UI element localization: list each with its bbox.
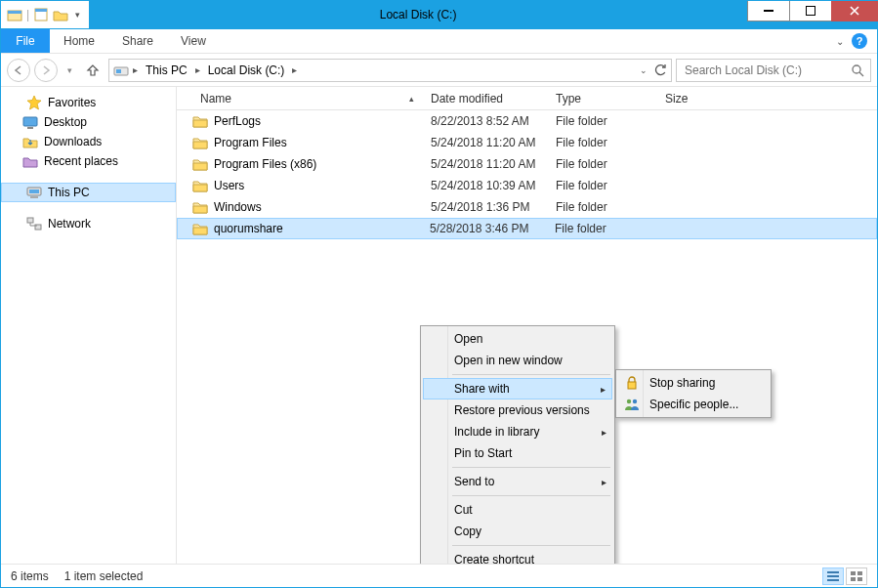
tree-network[interactable]: Network: [1, 214, 176, 233]
computer-icon: [26, 185, 42, 200]
tree-label: This PC: [48, 186, 90, 199]
context-menu: OpenOpen in new windowShare with▸Restore…: [420, 325, 615, 564]
file-date: 5/24/2018 11:20 AM: [423, 136, 548, 149]
search-box[interactable]: [676, 59, 871, 82]
column-type[interactable]: Type: [548, 87, 657, 109]
file-date: 5/24/2018 1:36 PM: [423, 200, 548, 214]
menu-item-label: Create shortcut: [454, 553, 534, 564]
column-name[interactable]: Name ▴: [177, 87, 423, 109]
status-bar: 6 items 1 item selected: [1, 564, 877, 587]
table-row[interactable]: Program Files5/24/2018 11:20 AMFile fold…: [177, 132, 877, 153]
svg-rect-25: [857, 577, 862, 581]
main-area: Favorites Desktop Downloads Recent place…: [1, 87, 877, 564]
details-view-button[interactable]: [822, 567, 844, 585]
table-row[interactable]: Windows5/24/2018 1:36 PMFile folder: [177, 196, 877, 218]
menu-separator: [452, 545, 610, 546]
tree-label: Recent places: [44, 154, 118, 168]
properties-icon[interactable]: [33, 7, 49, 22]
menu-item[interactable]: Create shortcut: [423, 549, 612, 564]
file-name: Windows: [214, 200, 262, 214]
menu-item[interactable]: Open in new window: [423, 350, 612, 371]
svg-rect-16: [628, 382, 636, 389]
explorer-window: | ▾ Local Disk (C:) File Home Share View…: [0, 0, 878, 588]
new-folder-icon[interactable]: [53, 7, 68, 22]
file-tab[interactable]: File: [1, 29, 50, 53]
svg-rect-14: [27, 218, 33, 223]
tab-view[interactable]: View: [167, 29, 220, 53]
tab-share[interactable]: Share: [108, 29, 167, 53]
breadcrumb-label: This PC: [146, 63, 188, 77]
column-date[interactable]: Date modified: [423, 87, 548, 109]
menu-item[interactable]: Cut: [423, 499, 612, 521]
search-input[interactable]: [683, 63, 851, 78]
thumbnails-view-button[interactable]: [846, 567, 867, 585]
column-label: Date modified: [431, 92, 503, 105]
tree-this-pc[interactable]: This PC: [1, 183, 176, 202]
tree-desktop[interactable]: Desktop: [1, 112, 176, 132]
menu-item-label: Open in new window: [454, 354, 563, 367]
ribbon: File Home Share View ⌄ ?: [1, 29, 877, 54]
tree-label: Network: [48, 217, 91, 231]
table-row[interactable]: PerfLogs8/22/2013 8:52 AMFile folder: [177, 110, 877, 132]
menu-item[interactable]: Open: [423, 328, 612, 350]
table-row[interactable]: Users5/24/2018 10:39 AMFile folder: [177, 175, 877, 196]
menu-item[interactable]: Pin to Start: [423, 442, 612, 464]
search-icon[interactable]: [851, 63, 864, 77]
table-row[interactable]: Program Files (x86)5/24/2018 11:20 AMFil…: [177, 153, 877, 175]
lock-icon: [624, 375, 640, 391]
menu-item[interactable]: Specific people...: [618, 394, 769, 415]
submenu-arrow-icon: ▸: [601, 384, 606, 395]
tree-recent-places[interactable]: Recent places: [1, 151, 176, 171]
file-type: File folder: [548, 200, 657, 214]
address-dropdown-icon[interactable]: ⌄: [640, 65, 648, 75]
tree-downloads[interactable]: Downloads: [1, 132, 176, 151]
file-name: Program Files: [214, 136, 287, 149]
svg-point-8: [853, 65, 860, 73]
menu-item-label: Copy: [454, 525, 481, 538]
chevron-right-icon[interactable]: ▸: [290, 64, 299, 75]
menu-item[interactable]: Send to▸: [423, 471, 612, 492]
file-date: 8/22/2013 8:52 AM: [423, 114, 548, 128]
qat-dropdown-icon[interactable]: ▾: [72, 10, 83, 20]
svg-rect-9: [23, 117, 37, 126]
file-type: File folder: [548, 179, 657, 192]
help-icon[interactable]: ?: [852, 33, 867, 49]
minimize-button[interactable]: [747, 1, 790, 21]
maximize-button[interactable]: [789, 1, 832, 21]
tab-home[interactable]: Home: [50, 29, 108, 53]
svg-rect-23: [857, 571, 862, 575]
status-item-count: 6 items: [11, 569, 49, 583]
folder-icon: [192, 156, 208, 172]
ribbon-expand-icon[interactable]: ⌄: [836, 36, 844, 47]
menu-item-label: Open: [454, 332, 482, 346]
svg-rect-5: [806, 6, 815, 16]
menu-item[interactable]: Stop sharing: [618, 372, 769, 394]
up-button[interactable]: [81, 59, 105, 82]
back-button[interactable]: [7, 59, 30, 82]
navigation-bar: ▾ ▸ This PC ▸ Local Disk (C:) ▸ ⌄: [1, 54, 877, 87]
forward-button[interactable]: [34, 59, 58, 82]
menu-item-label: Specific people...: [649, 398, 738, 411]
breadcrumb-item[interactable]: Local Disk (C:): [204, 63, 289, 77]
menu-item[interactable]: Copy: [423, 521, 612, 542]
history-dropdown-icon[interactable]: ▾: [62, 59, 77, 82]
tree-favorites[interactable]: Favorites: [1, 93, 176, 112]
menu-item[interactable]: Restore previous versions: [423, 399, 612, 421]
refresh-icon[interactable]: [653, 63, 667, 77]
menu-item-label: Share with: [454, 382, 510, 396]
file-type: File folder: [548, 157, 657, 171]
menu-item[interactable]: Share with▸: [423, 378, 612, 399]
chevron-right-icon[interactable]: ▸: [131, 64, 140, 75]
table-row[interactable]: quorumshare5/28/2018 3:46 PMFile folder: [177, 218, 877, 239]
close-button[interactable]: [831, 1, 878, 21]
quick-access-toolbar: | ▾: [1, 1, 89, 29]
chevron-right-icon[interactable]: ▸: [193, 64, 202, 75]
menu-item-label: Pin to Start: [454, 446, 512, 460]
svg-point-18: [633, 399, 637, 403]
column-size[interactable]: Size: [657, 87, 735, 109]
menu-item[interactable]: Include in library▸: [423, 421, 612, 442]
breadcrumb-root[interactable]: This PC: [142, 63, 191, 77]
address-bar[interactable]: ▸ This PC ▸ Local Disk (C:) ▸ ⌄: [108, 59, 672, 82]
file-date: 5/24/2018 11:20 AM: [423, 157, 548, 171]
menu-separator: [452, 374, 610, 375]
